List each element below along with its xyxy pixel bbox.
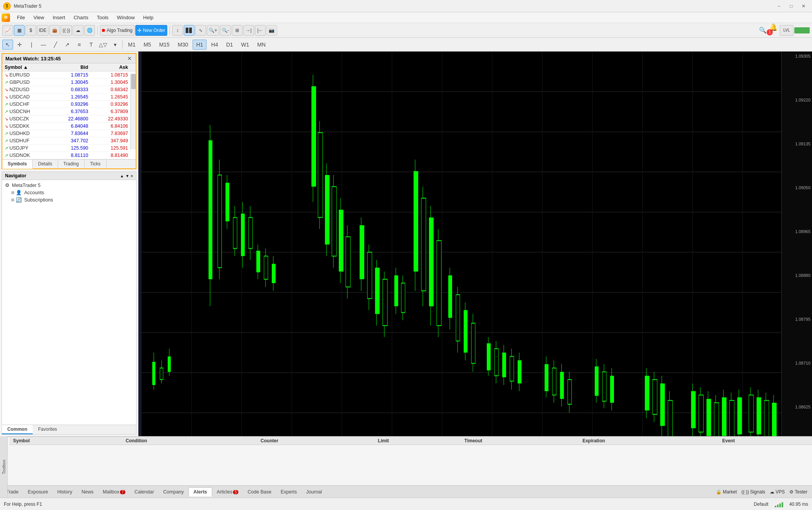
bottom-tab-calendar[interactable]: Calendar: [130, 488, 159, 496]
bar-chart-btn[interactable]: ▦: [14, 25, 25, 36]
col-ask[interactable]: Ask: [90, 63, 130, 72]
menu-view[interactable]: View: [30, 14, 48, 21]
market-watch-row[interactable]: ↘ USDCZK 22.46800 22.49330: [2, 115, 136, 123]
nav-tab-favorites[interactable]: Favorites: [33, 425, 62, 434]
market-watch-row[interactable]: ↗ USDHUF 347.702 347.949: [2, 137, 136, 145]
bottom-tab-mailbox[interactable]: Mailbox7: [98, 488, 130, 496]
tf-h4[interactable]: H4: [208, 40, 221, 50]
menu-file[interactable]: File: [13, 14, 29, 21]
horizontal-line-tool[interactable]: —: [38, 40, 49, 50]
tf-m1[interactable]: M1: [125, 40, 139, 50]
market-watch-row[interactable]: ↗ USDCNH 6.37653 6.37809: [2, 108, 136, 115]
signals-btn[interactable]: ((·)) Signals: [742, 489, 765, 495]
bottom-tab-history[interactable]: History: [53, 488, 77, 496]
market-watch-row[interactable]: ↗ USDCHF 0.93296 0.93296: [2, 101, 136, 108]
market-watch-row[interactable]: ↗ USDJPY 125.590 125.591: [2, 145, 136, 152]
tf-mn[interactable]: MN: [254, 40, 269, 50]
tf-m5[interactable]: M5: [140, 40, 154, 50]
bottom-tab-articles[interactable]: Articles5: [212, 488, 243, 496]
bottom-tab-company[interactable]: Company: [159, 488, 189, 496]
menu-window[interactable]: Window: [113, 14, 138, 21]
depth-btn[interactable]: ↕: [172, 25, 183, 36]
vps-btn[interactable]: ☁ VPS: [770, 489, 785, 495]
shapes-tool[interactable]: △▽: [98, 40, 108, 50]
new-order-btn[interactable]: ✛ New Order: [135, 25, 167, 36]
col-bid[interactable]: Bid: [51, 63, 91, 72]
ide-btn[interactable]: IDE: [37, 25, 48, 36]
screenshot-btn[interactable]: 📷: [266, 25, 277, 36]
bottom-tab-codebase[interactable]: Code Base: [243, 488, 276, 496]
nav-subscriptions[interactable]: ⊞ 🔄 Subscriptions: [3, 196, 135, 203]
maximize-button[interactable]: □: [786, 2, 797, 10]
market-watch-row[interactable]: ↘ EURUSD 1.08715 1.08715: [2, 72, 136, 79]
market-watch-row[interactable]: ↗ GBPUSD 1.30045 1.30045: [2, 79, 136, 86]
close-button[interactable]: ✕: [798, 2, 809, 10]
level-btn[interactable]: LVL: [780, 25, 794, 36]
bottom-tab-alerts[interactable]: Alerts: [188, 487, 212, 497]
algo-trading-btn[interactable]: Algo Trading: [100, 25, 134, 36]
tf-h1[interactable]: H1: [193, 40, 206, 50]
ray-tool[interactable]: ↗: [62, 40, 73, 50]
line-chart-btn[interactable]: 📈: [2, 25, 13, 36]
market-watch-row[interactable]: ↘ USDDKK 6.84048 6.84106: [2, 123, 136, 130]
candlestick-btn[interactable]: ▊▊: [184, 25, 195, 36]
svg-rect-38: [241, 213, 245, 256]
nav-scroll-down[interactable]: ▼: [125, 174, 129, 178]
expand-icon: ⊞: [11, 190, 14, 195]
nav-tab-common[interactable]: Common: [2, 425, 33, 434]
menu-help[interactable]: Help: [139, 14, 157, 21]
radio-btn[interactable]: ((·)): [61, 25, 72, 36]
crosshair-tool[interactable]: ✛: [14, 40, 25, 50]
search-icon[interactable]: 🔍: [759, 27, 767, 34]
col-symbol[interactable]: Symbol ▲: [2, 63, 51, 72]
zoom-in-btn[interactable]: 🔍+: [207, 25, 219, 36]
mw-tab-trading[interactable]: Trading: [58, 160, 85, 168]
market-watch-close-button[interactable]: ✕: [126, 55, 133, 62]
minimize-button[interactable]: −: [774, 2, 784, 10]
nav-metatrader5[interactable]: ⚙ MetaTrader 5: [3, 182, 135, 189]
fibonacci-tool[interactable]: ≡: [74, 40, 85, 50]
market-watch-row[interactable]: ↘ USDCAD 1.26545 1.26545: [2, 93, 136, 101]
bag-btn[interactable]: 👜: [49, 25, 60, 36]
tf-m15[interactable]: M15: [156, 40, 173, 50]
trend-icon: ↗: [5, 102, 8, 107]
nav-collapse[interactable]: ≡: [131, 174, 133, 178]
market-watch-row[interactable]: ↘ NZDUSD 0.68333 0.68342: [2, 86, 136, 93]
price-1.09050: 1.09050: [783, 185, 810, 190]
cloud-btn[interactable]: ☁: [73, 25, 83, 36]
currency-btn[interactable]: $: [25, 25, 36, 36]
arrow-tool[interactable]: ↖: [2, 40, 13, 50]
chartshift-btn[interactable]: |←: [255, 25, 266, 36]
menu-insert[interactable]: Insert: [49, 14, 69, 21]
market-btn[interactable]: 🔒 Market: [716, 489, 737, 495]
text-tool[interactable]: T: [86, 40, 97, 50]
market-watch-row[interactable]: ↗ USDHKD 7.83644 7.83697: [2, 130, 136, 137]
more-tools-btn[interactable]: ▾: [110, 40, 120, 50]
vertical-line-tool[interactable]: |: [26, 40, 37, 50]
bottom-tab-exposure[interactable]: Exposure: [23, 488, 53, 496]
mw-tab-details[interactable]: Details: [33, 160, 58, 168]
zoom-out-btn[interactable]: 🔍-: [220, 25, 231, 36]
tester-btn[interactable]: ⚙ Tester: [789, 489, 807, 495]
bottom-tab-news[interactable]: News: [77, 488, 98, 496]
market-watch-row[interactable]: ↗ USDNOK 8.81110 8.81490: [2, 152, 136, 159]
market-watch-scrollbar[interactable]: [130, 73, 136, 149]
autoscroll-btn[interactable]: →|: [243, 25, 254, 36]
app-logo: ⚙: [2, 13, 10, 22]
mw-tab-ticks[interactable]: Ticks: [85, 160, 106, 168]
tf-d1[interactable]: D1: [223, 40, 236, 50]
tf-m30[interactable]: M30: [174, 40, 191, 50]
mw-tab-symbols[interactable]: Symbols: [2, 160, 33, 169]
menu-tools[interactable]: Tools: [93, 14, 112, 21]
menu-charts[interactable]: Charts: [70, 14, 92, 21]
svg-rect-76: [429, 217, 434, 306]
globe-btn[interactable]: 🌐: [84, 25, 95, 36]
nav-accounts[interactable]: ⊞ 👤 Accounts: [3, 189, 135, 196]
bottom-tab-journal[interactable]: Journal: [301, 488, 326, 496]
bottom-tab-experts[interactable]: Experts: [276, 488, 301, 496]
nav-scroll-up[interactable]: ▲: [120, 174, 124, 178]
zigzag-btn[interactable]: ∿: [195, 25, 206, 36]
grid-btn[interactable]: ⊞: [232, 25, 243, 36]
tf-w1[interactable]: W1: [238, 40, 253, 50]
trend-line-tool[interactable]: ╱: [50, 40, 61, 50]
